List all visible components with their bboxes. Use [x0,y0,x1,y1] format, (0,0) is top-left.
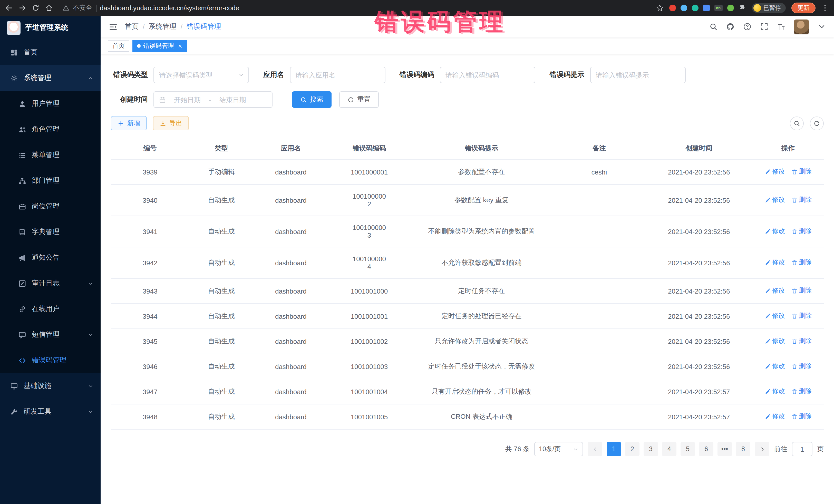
cell-created: 2021-04-20 23:52:56 [645,304,752,329]
delete-link[interactable]: 删除 [791,387,812,396]
bookmark-star-icon[interactable] [656,4,663,12]
page-button-3[interactable]: 3 [643,442,658,456]
edit-link[interactable]: 修改 [765,312,785,321]
error-hint-input[interactable] [596,71,680,79]
edit-link[interactable]: 修改 [765,337,785,346]
app-logo[interactable]: 芋道管理系统 [0,16,101,40]
sidebar-item-post[interactable]: 岗位管理 [0,194,101,219]
edit-link[interactable]: 修改 [765,168,785,176]
app-name-control[interactable] [290,67,385,83]
sidebar-item-online-user[interactable]: 在线用户 [0,296,101,322]
sidebar-item-infrastructure[interactable]: 基础设施 [0,373,101,399]
refresh-table-button[interactable] [810,116,824,130]
page-button-1[interactable]: 1 [607,442,621,456]
sidebar-item-user[interactable]: 用户管理 [0,91,101,116]
error-hint-control[interactable] [590,67,685,83]
export-button[interactable]: 导出 [153,116,189,130]
help-icon[interactable] [743,23,751,31]
page-button-6[interactable]: 6 [699,442,714,456]
fullscreen-icon[interactable] [760,23,768,31]
navbar-actions [709,19,826,34]
edit-link[interactable]: 修改 [765,258,785,267]
sidebar-item-sms[interactable]: 短信管理 [0,322,101,348]
browser-reload-icon[interactable] [32,4,40,12]
edit-icon [765,169,771,175]
edit-link[interactable]: 修改 [765,196,785,204]
edit-link[interactable]: 修改 [765,412,785,421]
start-date-input[interactable] [169,96,206,104]
toggle-search-button[interactable] [790,116,804,130]
chrome-update-button[interactable]: 更新 [791,3,815,13]
sidebar-toggle-icon[interactable] [109,22,117,31]
browser-back-icon[interactable] [5,4,13,12]
page-button-2[interactable]: 2 [625,442,639,456]
extension-icon[interactable] [669,5,676,11]
delete-link[interactable]: 删除 [791,227,812,236]
close-icon[interactable] [178,43,183,48]
edit-link[interactable]: 修改 [765,227,785,236]
next-page-button[interactable] [755,442,769,456]
browser-menu-icon[interactable] [821,4,829,12]
error-code-control[interactable] [440,67,535,83]
sidebar-item-role[interactable]: 角色管理 [0,116,101,142]
reset-button[interactable]: 重置 [339,91,379,108]
sidebar-item-error-code[interactable]: 错误码管理 [0,348,101,373]
user-avatar[interactable] [794,19,809,34]
page-button-8[interactable]: 8 [736,442,750,456]
error-code-input[interactable] [445,71,530,79]
extensions-puzzle-icon[interactable] [738,4,746,12]
create-time-range[interactable]: - [153,91,272,108]
edit-link[interactable]: 修改 [765,362,785,371]
sidebar-item-menu[interactable]: 菜单管理 [0,142,101,168]
delete-link[interactable]: 删除 [791,312,812,321]
cell-message: CRON 表达式不正确 [410,404,553,429]
sidebar-item-home[interactable]: 首页 [0,40,101,65]
sidebar-item-devtools[interactable]: 研发工具 [0,399,101,424]
browser-home-icon[interactable] [45,4,53,12]
page-size-select[interactable]: 10条/页 [534,442,583,456]
tab-home[interactable]: 首页 [108,40,129,52]
add-button[interactable]: 新增 [111,116,147,130]
edit-link[interactable]: 修改 [765,387,785,396]
page-button-4[interactable]: 4 [662,442,676,456]
delete-link[interactable]: 删除 [791,337,812,346]
error-type-input[interactable] [159,71,243,79]
prev-page-button[interactable] [588,442,602,456]
end-date-input[interactable] [214,96,251,104]
delete-link[interactable]: 删除 [791,196,812,204]
browser-forward-icon[interactable] [19,4,26,12]
font-size-icon[interactable] [777,23,785,31]
github-icon[interactable] [726,23,734,31]
page-button-5[interactable]: 5 [681,442,695,456]
sidebar-item-audit-log[interactable]: 审计日志 [0,270,101,296]
error-type-select[interactable] [153,67,249,83]
table-row: 3946自动生成dashboard1001001003定时任务已经处于该状态，无… [111,354,824,379]
edit-link[interactable]: 修改 [765,287,785,295]
pager-ellipsis[interactable]: ••• [718,442,732,456]
delete-link[interactable]: 删除 [791,362,812,371]
extension-icon[interactable] [727,5,734,11]
delete-link[interactable]: 删除 [791,168,812,176]
sidebar-item-system[interactable]: 系统管理 [0,65,101,91]
delete-link[interactable]: 删除 [791,258,812,267]
profile-paused-badge[interactable]: 已暂停 [752,3,786,13]
breadcrumb-home[interactable]: 首页 [125,22,138,31]
tab-error-code[interactable]: 错误码管理 [132,40,187,52]
app-name-input[interactable] [295,71,379,79]
table-row: 3941自动生成dashboard100100000 3不能删除类型为系统内置的… [111,216,824,247]
address-bar[interactable]: 不安全 dashboard.yudao.iocoder.cn/system/er… [59,4,663,12]
extension-icon[interactable] [680,5,687,11]
avatar-caret-icon[interactable] [817,23,826,31]
extension-icon[interactable]: on [714,5,722,11]
extension-icon[interactable] [692,5,698,11]
sidebar-item-dept[interactable]: 部门管理 [0,168,101,194]
sidebar-item-dict[interactable]: 字典管理 [0,219,101,245]
sidebar-item-notice[interactable]: 通知公告 [0,245,101,270]
delete-link[interactable]: 删除 [791,412,812,421]
header-search-icon[interactable] [709,23,718,31]
search-button[interactable]: 搜索 [292,91,332,108]
delete-link[interactable]: 删除 [791,287,812,295]
goto-page-input[interactable] [792,442,812,456]
breadcrumb-system[interactable]: 系统管理 [149,22,177,31]
extension-icon[interactable] [703,5,709,11]
